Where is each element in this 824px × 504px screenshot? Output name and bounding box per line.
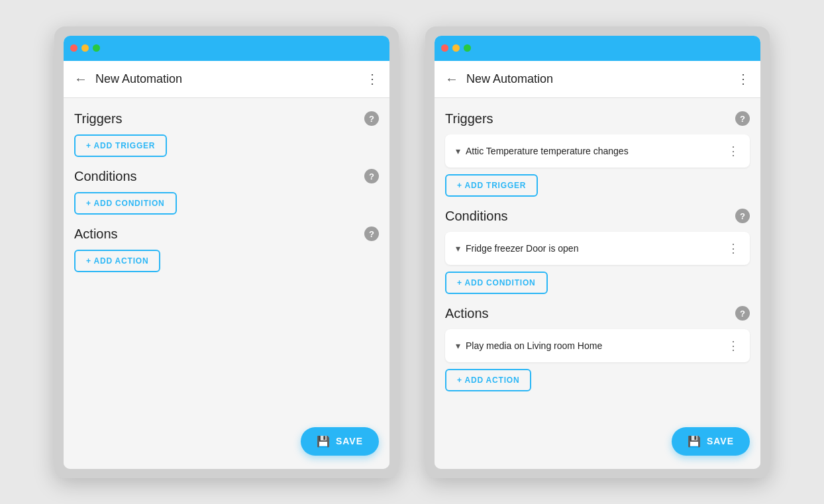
- left-conditions-header: Conditions ?: [74, 169, 379, 184]
- right-actions-header: Actions ?: [445, 306, 750, 321]
- right-add-action-button[interactable]: + ADD ACTION: [445, 369, 531, 391]
- right-condition-item-1-menu[interactable]: ⋮: [727, 241, 739, 256]
- right-back-button[interactable]: ←: [445, 72, 458, 87]
- right-action-item-1-menu[interactable]: ⋮: [727, 338, 739, 353]
- left-app-header: ← New Automation ⋮: [64, 61, 389, 98]
- right-phone-shell: ← New Automation ⋮ Triggers ? ▾ Attic Te…: [425, 26, 770, 478]
- left-conditions-title: Conditions: [74, 169, 137, 184]
- right-action-item-1-text: Play media on Living room Home: [466, 340, 602, 351]
- right-condition-item-1-text: Fridge freezer Door is open: [466, 243, 578, 254]
- right-trigger-item-1-left: ▾ Attic Temperature temperature changes: [456, 146, 629, 156]
- right-tl-green[interactable]: [464, 44, 471, 52]
- right-save-label: SAVE: [707, 436, 734, 446]
- right-save-icon: 💾: [688, 435, 701, 448]
- left-app-title: New Automation: [95, 72, 366, 86]
- right-action-chevron-icon: ▾: [456, 340, 460, 351]
- left-save-icon: 💾: [317, 435, 331, 448]
- right-add-condition-button[interactable]: + ADD CONDITION: [445, 272, 548, 294]
- right-trigger-item-1[interactable]: ▾ Attic Temperature temperature changes …: [445, 134, 750, 168]
- left-triggers-header: Triggers ?: [74, 111, 379, 126]
- left-save-label: SAVE: [336, 436, 363, 446]
- left-phone-inner: ← New Automation ⋮ Triggers ? + ADD TRIG…: [64, 36, 389, 469]
- left-save-button[interactable]: 💾 SAVE: [301, 427, 379, 456]
- right-actions-help-icon[interactable]: ?: [735, 306, 750, 321]
- left-actions-help-icon[interactable]: ?: [364, 227, 379, 241]
- right-triggers-title: Triggers: [445, 111, 493, 126]
- right-trigger-item-1-menu[interactable]: ⋮: [727, 144, 739, 158]
- left-triggers-title: Triggers: [74, 111, 123, 126]
- right-action-item-1-left: ▾ Play media on Living room Home: [456, 340, 602, 351]
- right-save-button[interactable]: 💾 SAVE: [672, 427, 750, 456]
- right-triggers-help-icon[interactable]: ?: [735, 111, 750, 126]
- right-tl-red[interactable]: [441, 44, 448, 52]
- left-back-button[interactable]: ←: [74, 72, 87, 87]
- right-trigger-chevron-icon: ▾: [456, 146, 460, 156]
- right-actions-title: Actions: [445, 306, 489, 321]
- left-actions-title: Actions: [74, 227, 118, 242]
- left-title-bar: [64, 36, 389, 61]
- left-tl-green[interactable]: [93, 44, 100, 52]
- right-app-header: ← New Automation ⋮: [435, 61, 760, 98]
- right-title-bar: [435, 36, 760, 61]
- right-action-item-1[interactable]: ▾ Play media on Living room Home ⋮: [445, 329, 750, 362]
- left-add-trigger-button[interactable]: + ADD TRIGGER: [74, 134, 167, 157]
- left-menu-button[interactable]: ⋮: [366, 71, 379, 87]
- right-conditions-header: Conditions ?: [445, 209, 750, 224]
- left-add-action-button[interactable]: + ADD ACTION: [74, 250, 160, 272]
- right-conditions-help-icon[interactable]: ?: [735, 209, 750, 223]
- right-menu-button[interactable]: ⋮: [737, 71, 750, 87]
- left-triggers-help-icon[interactable]: ?: [364, 111, 379, 126]
- right-app-title: New Automation: [466, 72, 737, 86]
- right-add-trigger-button[interactable]: + ADD TRIGGER: [445, 174, 538, 197]
- right-condition-item-1-left: ▾ Fridge freezer Door is open: [456, 243, 578, 254]
- right-content: Triggers ? ▾ Attic Temperature temperatu…: [435, 98, 760, 469]
- right-triggers-header: Triggers ?: [445, 111, 750, 126]
- left-tl-yellow[interactable]: [81, 44, 89, 52]
- right-condition-chevron-icon: ▾: [456, 243, 460, 254]
- left-content: Triggers ? + ADD TRIGGER Conditions ? + …: [64, 98, 389, 469]
- left-tl-red[interactable]: [70, 44, 77, 52]
- right-trigger-item-1-text: Attic Temperature temperature changes: [466, 146, 629, 156]
- left-phone-shell: ← New Automation ⋮ Triggers ? + ADD TRIG…: [54, 26, 399, 478]
- right-tl-yellow[interactable]: [452, 44, 460, 52]
- right-conditions-title: Conditions: [445, 209, 508, 224]
- left-add-condition-button[interactable]: + ADD CONDITION: [74, 192, 177, 215]
- left-actions-header: Actions ?: [74, 227, 379, 242]
- left-conditions-help-icon[interactable]: ?: [364, 169, 379, 183]
- right-phone-inner: ← New Automation ⋮ Triggers ? ▾ Attic Te…: [435, 36, 760, 469]
- right-condition-item-1[interactable]: ▾ Fridge freezer Door is open ⋮: [445, 232, 750, 265]
